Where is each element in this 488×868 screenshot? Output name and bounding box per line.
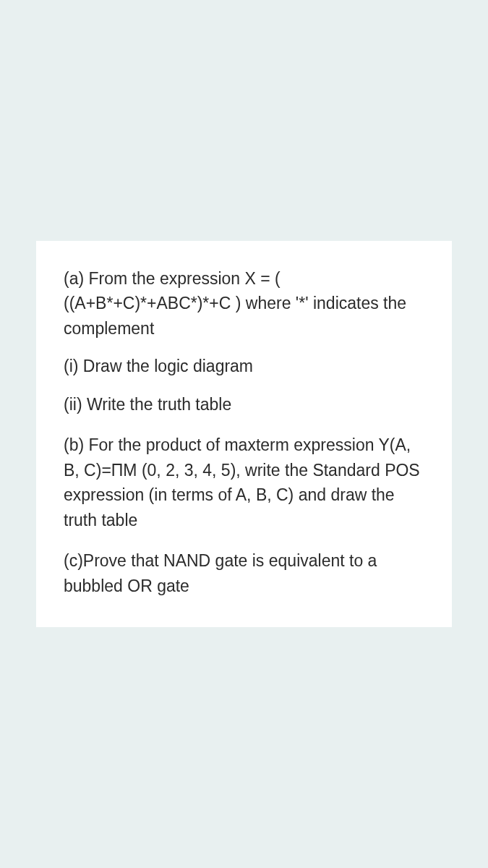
part-a-sub-i: (i) Draw the logic diagram xyxy=(64,354,424,379)
part-a-intro: (a) From the expression X = ( ((A+B*+C)*… xyxy=(64,266,424,341)
part-c-text: (c)Prove that NAND gate is equivalent to… xyxy=(64,548,424,598)
part-a-line1: (a) From the expression X = ( xyxy=(64,269,281,288)
part-b-text: (b) For the product of maxterm expressio… xyxy=(64,433,424,532)
question-card: (a) From the expression X = ( ((A+B*+C)*… xyxy=(36,241,452,628)
part-a-sub-ii: (ii) Write the truth table xyxy=(64,392,424,417)
part-a-line2: ((A+B*+C)*+ABC*)*+C ) where '*' indicate… xyxy=(64,294,406,338)
